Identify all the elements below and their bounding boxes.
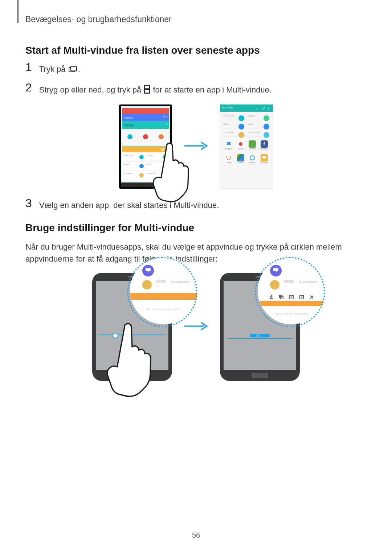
hand-tap-icon — [105, 322, 159, 398]
step-2: 2 Stryg op eller ned, og tryk på for at … — [25, 84, 367, 96]
figure-recent-apps: Internet ⊟ × Settings × × Recent files I… — [25, 104, 367, 189]
search-icon: ⌕ — [256, 106, 258, 110]
step-1-text-b: . — [78, 65, 80, 74]
panel-cell: Recent files — [222, 113, 246, 120]
illustration-phone-recent-apps: Internet ⊟ × Settings × × Recent files I… — [119, 104, 172, 189]
illustration-app-picker: My Files ⌕ ⤢ ⋮ Recent filesImagesVideosA… — [220, 104, 273, 189]
panel-app: fFacebook — [259, 140, 270, 150]
step-2-text-a: Stryg op eller ned, og tryk på — [39, 85, 143, 94]
step-number: 2 — [25, 81, 32, 94]
arrow-right-icon — [183, 321, 209, 333]
recent-apps-icon — [69, 65, 77, 71]
header-margin-rule — [17, 0, 19, 23]
paragraph-multi-window-settings: Når du bruger Multi-vinduesapps, skal du… — [25, 241, 367, 265]
panel-cell: Documents — [222, 130, 246, 137]
panel-app: Gallery — [236, 154, 246, 164]
zoom-hint-text: Tap to add priority senders — [130, 308, 197, 311]
video-app-icon — [142, 265, 154, 276]
panel-app: Dropbox — [224, 140, 234, 150]
panel-app: Evernote — [247, 140, 258, 150]
panel-cell: Images — [247, 113, 271, 120]
svg-rect-1 — [71, 67, 77, 71]
zoom-label-right: Downloaded — [299, 280, 317, 284]
step-2-text-b: for at starte en app i Multi-vindue. — [151, 85, 271, 94]
panel-apps-row-2: CoffeeGalleryInternetMessages — [220, 152, 273, 166]
panel-category-grid: Recent filesImagesVideosAudioDocumentsDo… — [220, 112, 273, 138]
svg-rect-3 — [145, 90, 150, 93]
panel-app: Coffee — [224, 154, 234, 164]
zoom-hint-text: Tap to add priority senders — [258, 312, 325, 315]
zoom-label-right: Downloaded — [171, 280, 189, 284]
panel-cell: Downloaded — [247, 130, 271, 137]
heading-start-multi-window: Start af Multi-vindue fra listen over se… — [25, 45, 367, 56]
step-1-text-a: Tryk på — [39, 65, 68, 74]
more-icon: ⋮ — [266, 106, 270, 110]
heading-multi-window-settings: Bruge indstillinger for Multi-vindue — [25, 222, 367, 234]
panel-apps-row-1: DropboxEmailEvernotefFacebook — [220, 138, 273, 152]
zoom-label-left: ments — [284, 279, 294, 283]
step-number: 1 — [25, 61, 32, 74]
multi-window-toolbar — [258, 293, 325, 301]
panel-app: Internet — [247, 154, 258, 164]
drag-content-icon — [279, 295, 284, 300]
card-settings-label: Settings — [122, 122, 135, 128]
divider-handle-icon — [250, 334, 270, 337]
panel-header: My Files ⌕ ⤢ ⋮ — [220, 104, 273, 112]
section-header: Bevægelses- og brugbarhedsfunktioner — [25, 15, 367, 24]
maximize-icon — [299, 295, 304, 300]
swap-icon — [269, 295, 274, 300]
panel-cell: Videos — [222, 122, 246, 128]
documents-icon — [270, 280, 279, 290]
zoom-inset-before: ments — Downloaded Tap to add priority s… — [130, 257, 197, 324]
video-app-icon — [270, 265, 282, 276]
minimize-icon — [289, 295, 294, 300]
panel-app: Messages — [259, 154, 270, 164]
svg-rect-2 — [145, 85, 150, 89]
home-button-icon — [252, 373, 268, 378]
expand-icon: ⤢ — [262, 106, 265, 110]
step-number: 3 — [25, 197, 32, 210]
step-3: 3 Vælg en anden app, der skal startes i … — [25, 200, 367, 211]
zoom-label-left: ments — [156, 279, 166, 283]
hand-tap-icon — [153, 141, 193, 203]
page-number: 56 — [0, 531, 392, 539]
panel-cell: Audio — [247, 122, 271, 128]
panel-app: Email — [236, 140, 246, 150]
card-internet-label: Internet — [122, 115, 135, 120]
close-icon — [309, 295, 314, 300]
figure-multi-window-controls: ments — Downloaded Tap to add priority s… — [25, 273, 367, 381]
step-1: 1 Tryk på . — [25, 63, 367, 75]
panel-header-title: My Files — [222, 106, 233, 109]
multi-window-icon — [144, 85, 150, 91]
documents-icon — [142, 280, 152, 290]
zoom-inset-after: ments — Downloaded Tap to add priority s… — [258, 257, 325, 324]
